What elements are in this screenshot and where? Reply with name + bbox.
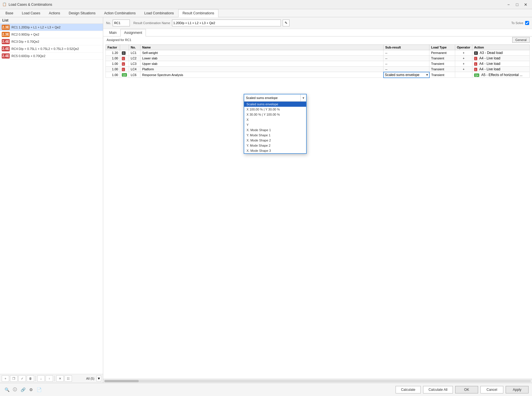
apply-button[interactable]: Apply bbox=[506, 386, 529, 393]
list-item-text: RC2 0.90D/p + Qe2 bbox=[11, 33, 39, 36]
delete-x-button[interactable]: ✕ bbox=[56, 375, 64, 382]
name-input[interactable] bbox=[172, 20, 281, 26]
cell-operator: + bbox=[455, 67, 472, 72]
tab-base[interactable]: Base bbox=[1, 9, 17, 17]
list-item[interactable]: 2.3E RC2 0.90D/p + Qe2 bbox=[0, 31, 103, 38]
dropdown-item[interactable]: X. Mode Shape 1 bbox=[244, 127, 306, 133]
dropdown-item[interactable]: Scaled sums envelope bbox=[244, 102, 306, 107]
export-button[interactable]: ↑ bbox=[46, 375, 53, 382]
cell-name: Response Spectrum Analysis bbox=[140, 72, 384, 78]
dropdown-item[interactable]: X. Mode Shape 3 bbox=[244, 148, 306, 153]
general-button[interactable]: General bbox=[512, 37, 530, 43]
dropdown-item[interactable]: X 30.00 % | Y 100.00 % bbox=[244, 112, 306, 117]
dropdown-selected-input[interactable] bbox=[244, 94, 300, 101]
cell-lc-no: LC6 bbox=[129, 72, 140, 78]
cell-name: Lower slab bbox=[140, 56, 384, 61]
cancel-button[interactable]: Cancel bbox=[480, 386, 503, 393]
list-item[interactable]: 2.4E RC5 0.60D/p + 0.70Qe2 bbox=[0, 53, 103, 60]
cell-dot: D bbox=[120, 50, 129, 56]
dropdown-item[interactable]: Y. Mode Shape 2 bbox=[244, 143, 306, 148]
list-item[interactable]: 2.4E RC4 D/p + 0.75L1 + 0.75L2 + 0.75L3 … bbox=[0, 45, 103, 53]
tab-design-situations[interactable]: Design Situations bbox=[64, 9, 100, 17]
delete-button[interactable]: 🗑 bbox=[27, 375, 34, 382]
scrollbar-track[interactable] bbox=[104, 380, 531, 382]
cell-dot: L bbox=[120, 56, 129, 61]
cell-subresult-dropdown[interactable]: Scaled sums envelope ▼ bbox=[384, 72, 429, 78]
cell-loadtype: Transient bbox=[429, 56, 455, 61]
tab-action-combinations[interactable]: Action Combinations bbox=[100, 9, 140, 17]
copy-button[interactable]: ❐ bbox=[10, 375, 17, 382]
import-button[interactable]: ↓ bbox=[37, 375, 45, 382]
calculate-button[interactable]: Calculate bbox=[396, 386, 421, 393]
table-row[interactable]: 1.00 L LC4 Platform -- Transient + L bbox=[106, 67, 530, 72]
filter-dropdown-button[interactable]: ▼ bbox=[97, 375, 101, 382]
tab-assignment[interactable]: Assignment bbox=[120, 29, 146, 36]
color-badge: L bbox=[122, 57, 125, 60]
cell-loadtype: Transient bbox=[429, 61, 455, 67]
calculate-all-button[interactable]: Calculate All bbox=[423, 386, 453, 393]
search-icon-button[interactable]: 🔍 bbox=[3, 386, 10, 393]
link-icon-button[interactable]: 🔗 bbox=[19, 386, 26, 393]
cell-operator: + bbox=[455, 56, 472, 61]
scrollbar-thumb[interactable] bbox=[104, 380, 139, 382]
tab-result-combinations[interactable]: Result Combinations bbox=[178, 9, 219, 17]
dropdown-item[interactable]: X. Mode Shape 2 bbox=[244, 138, 306, 143]
list-badge: 2.4E bbox=[2, 46, 10, 51]
list-items: 2.3E RC1 1.20D/p + L1 + L2 + L3 + Qe2 2.… bbox=[0, 24, 103, 374]
bottom-toolbar: 🔍 ⓘ 🔗 ⚙ 📄 Calculate Calculate All OK Can… bbox=[0, 383, 532, 396]
list-badge: 2.3E bbox=[2, 32, 10, 37]
cell-lc-no: LC2 bbox=[129, 56, 140, 61]
edit-name-button[interactable]: ✎ bbox=[283, 20, 290, 26]
list-badge: 2.3E bbox=[2, 25, 10, 30]
action-badge: L bbox=[474, 68, 477, 71]
cell-subresult: -- bbox=[384, 61, 429, 67]
table-row[interactable]: 1.00 Qe LC6 Response Spectrum Analysis S… bbox=[106, 72, 530, 78]
horizontal-scrollbar[interactable] bbox=[103, 379, 532, 383]
header-loadtype: Load Type bbox=[429, 45, 455, 50]
to-solve-checkbox[interactable] bbox=[525, 21, 529, 25]
dropdown-arrow-button[interactable]: ▼ bbox=[300, 94, 306, 101]
table-row[interactable]: 1.00 L LC3 Upper slab -- Transient + L bbox=[106, 61, 530, 67]
list-item[interactable]: 2.3E RC1 1.20D/p + L1 + L2 + L3 + Qe2 bbox=[0, 24, 103, 31]
form-area: No. Result Combination Name ✎ To Solve bbox=[103, 17, 532, 29]
table-row[interactable]: 1.00 L LC2 Lower slab -- Transient + L bbox=[106, 56, 530, 61]
cell-factor: 1.20 bbox=[106, 50, 120, 56]
tools-icon-button[interactable]: ⚙ bbox=[28, 386, 34, 393]
no-input[interactable] bbox=[113, 20, 130, 26]
table-row[interactable]: 1.20 D LC1 Self-weight -- Permanent + D bbox=[106, 50, 530, 56]
cell-loadtype: Transient bbox=[429, 72, 455, 78]
dropdown-item[interactable]: Y. Mode Shape 1 bbox=[244, 133, 306, 138]
table-container: Assigned for RC1 General Factor No. Name… bbox=[103, 36, 532, 379]
window-controls: − □ ✕ bbox=[504, 1, 530, 8]
info-icon-button[interactable]: ⓘ bbox=[11, 386, 18, 393]
cell-lc-no: LC1 bbox=[129, 50, 140, 56]
cell-operator: + bbox=[455, 50, 472, 56]
menu-tabs: Base Load Cases Actions Design Situation… bbox=[0, 9, 532, 17]
color-badge: L bbox=[122, 68, 125, 71]
tab-load-cases[interactable]: Load Cases bbox=[17, 9, 44, 17]
no-group: No. bbox=[106, 20, 130, 26]
subresult-dropdown-popup[interactable]: ▼ Scaled sums envelope X 100.00 % | Y 30… bbox=[244, 94, 307, 154]
tab-actions[interactable]: Actions bbox=[44, 9, 64, 17]
name-label: Result Combination Name bbox=[133, 21, 170, 25]
add-button[interactable]: + bbox=[2, 375, 9, 382]
tab-load-combinations[interactable]: Load Combinations bbox=[140, 9, 178, 17]
maximize-button[interactable]: □ bbox=[513, 1, 521, 8]
list-item[interactable]: 2.4E RC3 D/p + 0.70Qe2 bbox=[0, 38, 103, 45]
ok-button[interactable]: OK bbox=[455, 386, 478, 393]
action-badge: L bbox=[474, 62, 477, 66]
grid-button[interactable]: ☷ bbox=[64, 375, 72, 382]
dropdown-item[interactable]: X bbox=[244, 117, 306, 122]
check-button[interactable]: ✓ bbox=[18, 375, 26, 382]
cell-action: D A3 - Dead load bbox=[472, 50, 530, 56]
cell-name: Self-weight bbox=[140, 50, 384, 56]
export-icon-button[interactable]: 📄 bbox=[36, 386, 42, 393]
tab-main[interactable]: Main bbox=[105, 29, 120, 36]
minimize-button[interactable]: − bbox=[504, 1, 513, 8]
all-label: All (5) bbox=[85, 377, 96, 380]
cell-loadtype: Permanent bbox=[429, 50, 455, 56]
close-button[interactable]: ✕ bbox=[522, 1, 530, 8]
cell-action: L A4 - Live load bbox=[472, 56, 530, 61]
dropdown-item[interactable]: X 100.00 % | Y 30.00 % bbox=[244, 107, 306, 112]
dropdown-item[interactable]: Y bbox=[244, 122, 306, 127]
